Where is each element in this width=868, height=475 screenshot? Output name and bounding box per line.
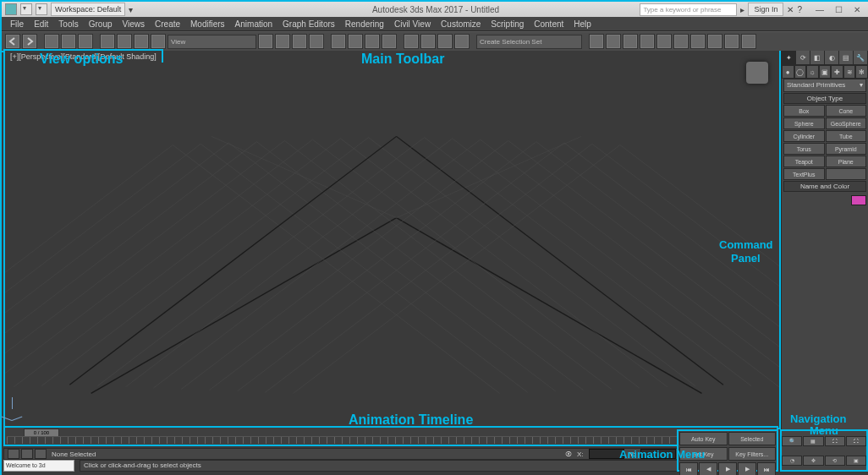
mirror-button[interactable] bbox=[589, 34, 604, 49]
select-place-button[interactable] bbox=[309, 34, 324, 49]
unlink-button[interactable] bbox=[61, 34, 76, 49]
window-crossing-button[interactable] bbox=[151, 34, 166, 49]
zoom-all-button[interactable]: ▦ bbox=[803, 436, 823, 446]
hierarchy-tab[interactable]: ◧ bbox=[810, 51, 825, 64]
menu-edit[interactable]: Edit bbox=[34, 19, 48, 29]
zoom-extents-all-button[interactable]: ⛶ bbox=[846, 436, 866, 446]
primitive-plane[interactable]: Plane bbox=[826, 156, 867, 167]
spinner-snap-button[interactable] bbox=[454, 34, 470, 49]
workspace-selector[interactable]: Workspace: Default bbox=[51, 3, 125, 16]
menu-tools[interactable]: Tools bbox=[58, 19, 78, 29]
select-move-button[interactable] bbox=[258, 34, 273, 49]
primitive-sphere[interactable]: Sphere bbox=[783, 117, 825, 129]
select-name-button[interactable] bbox=[117, 34, 132, 49]
select-object-button[interactable] bbox=[100, 34, 115, 49]
primitive-geosphere[interactable]: GeoSphere bbox=[826, 117, 867, 129]
menu-views[interactable]: Views bbox=[123, 19, 146, 29]
primitive-cylinder[interactable]: Cylinder bbox=[783, 130, 825, 142]
create-tab[interactable]: ✦ bbox=[782, 51, 796, 64]
menu-customize[interactable]: Customize bbox=[441, 19, 481, 29]
menu-graph-editors[interactable]: Graph Editors bbox=[283, 19, 335, 29]
menu-modifiers[interactable]: Modifiers bbox=[190, 19, 225, 29]
goto-end-button[interactable]: ⏭ bbox=[757, 462, 776, 475]
menu-create[interactable]: Create bbox=[155, 19, 180, 29]
pan-button[interactable]: ✥ bbox=[803, 456, 823, 466]
percent-snap-button[interactable] bbox=[437, 34, 453, 49]
auto-key-button[interactable]: Auto Key bbox=[679, 432, 728, 445]
play-button[interactable]: ▶ bbox=[718, 462, 737, 475]
prev-frame-button[interactable]: ◀ bbox=[699, 462, 717, 475]
app-icon[interactable] bbox=[5, 3, 17, 15]
primitive-type-dropdown[interactable]: Standard Primitives bbox=[783, 79, 866, 92]
ribbon-button[interactable] bbox=[640, 34, 655, 49]
help-icon[interactable]: ? bbox=[797, 5, 802, 14]
primitive-textplus[interactable]: TextPlus bbox=[783, 168, 825, 180]
quick-access-dropdown[interactable] bbox=[20, 3, 32, 15]
motion-tab[interactable]: ◐ bbox=[825, 51, 839, 64]
align-button[interactable] bbox=[606, 34, 621, 49]
lock-selection-button[interactable] bbox=[8, 449, 19, 459]
viewcube[interactable] bbox=[740, 56, 774, 90]
helpers-category[interactable]: ✚ bbox=[831, 65, 843, 79]
snap-toggle-button[interactable] bbox=[404, 34, 419, 49]
orbit-button[interactable]: ⟲ bbox=[825, 456, 845, 466]
selected-button[interactable]: Selected bbox=[728, 432, 777, 445]
render-setup-button[interactable] bbox=[707, 34, 722, 49]
object-color-swatch[interactable] bbox=[851, 195, 866, 205]
systems-category[interactable]: ✻ bbox=[855, 65, 868, 79]
keyboard-shortcut-button[interactable] bbox=[382, 34, 397, 49]
geometry-category[interactable]: ● bbox=[782, 65, 794, 79]
sign-in-button[interactable]: Sign In bbox=[748, 3, 783, 16]
schematic-button[interactable] bbox=[673, 34, 689, 49]
isolate-button[interactable] bbox=[21, 449, 33, 459]
fov-button[interactable]: ◔ bbox=[782, 456, 802, 466]
render-frame-button[interactable] bbox=[724, 34, 739, 49]
zoom-extents-button[interactable]: ⛶ bbox=[825, 436, 845, 446]
named-selection-dropdown[interactable]: Create Selection Set bbox=[476, 35, 582, 49]
object-type-rollout[interactable]: Object Type bbox=[783, 93, 866, 104]
quick-access-dropdown-2[interactable] bbox=[36, 3, 47, 15]
select-rotate-button[interactable] bbox=[275, 34, 290, 49]
menu-animation[interactable]: Animation bbox=[235, 19, 272, 29]
perspective-viewport[interactable] bbox=[5, 51, 779, 428]
close-button[interactable]: ✕ bbox=[848, 3, 866, 16]
menu-file[interactable]: File bbox=[10, 19, 24, 29]
selection-filter-dropdown[interactable]: View bbox=[168, 35, 256, 49]
primitive-torus[interactable]: Torus bbox=[783, 143, 825, 155]
select-manip-button[interactable] bbox=[365, 34, 380, 49]
display-tab[interactable]: ▤ bbox=[839, 51, 854, 64]
maximize-button[interactable]: ☐ bbox=[829, 3, 848, 16]
maxmin-viewport-button[interactable]: ▣ bbox=[846, 456, 866, 466]
key-filters-button[interactable]: Key Filters... bbox=[728, 447, 777, 461]
primitive-tube[interactable]: Tube bbox=[826, 130, 867, 142]
minimize-button[interactable]: — bbox=[810, 3, 829, 16]
menu-content[interactable]: Content bbox=[534, 19, 563, 29]
bind-button[interactable] bbox=[78, 34, 93, 49]
menu-rendering[interactable]: Rendering bbox=[345, 19, 384, 29]
menu-help[interactable]: Help bbox=[574, 19, 591, 29]
modify-tab[interactable]: ⟳ bbox=[796, 51, 810, 64]
maxscript-mini-listener[interactable]: Welcome to 3d bbox=[3, 460, 74, 472]
selection-lock-button[interactable] bbox=[35, 449, 47, 459]
render-button[interactable] bbox=[741, 34, 756, 49]
primitive-teapot[interactable]: Teapot bbox=[783, 156, 825, 167]
select-scale-button[interactable] bbox=[292, 34, 307, 49]
redo-button[interactable] bbox=[22, 34, 37, 49]
help-search-input[interactable]: Type a keyword or phrase bbox=[640, 3, 737, 16]
curve-editor-button[interactable] bbox=[656, 34, 672, 49]
zoom-button[interactable]: 🔍 bbox=[782, 436, 802, 446]
menu-group[interactable]: Group bbox=[89, 19, 113, 29]
goto-start-button[interactable]: ⏮ bbox=[679, 462, 698, 475]
next-frame-button[interactable]: ▶ bbox=[738, 462, 756, 475]
exchange-icon[interactable]: ✕ bbox=[787, 5, 794, 14]
name-color-rollout[interactable]: Name and Color bbox=[783, 181, 866, 192]
layer-button[interactable] bbox=[623, 34, 638, 49]
select-region-button[interactable] bbox=[134, 34, 149, 49]
link-button[interactable] bbox=[44, 34, 59, 49]
animation-timeline[interactable]: 0 / 100 bbox=[3, 426, 778, 446]
anim-playback-icon[interactable]: ⦿ bbox=[565, 450, 572, 458]
shapes-category[interactable]: ◯ bbox=[794, 65, 807, 79]
primitive-box[interactable]: Box bbox=[783, 105, 825, 117]
undo-button[interactable] bbox=[5, 34, 20, 49]
space-warps-category[interactable]: ≋ bbox=[843, 65, 856, 79]
